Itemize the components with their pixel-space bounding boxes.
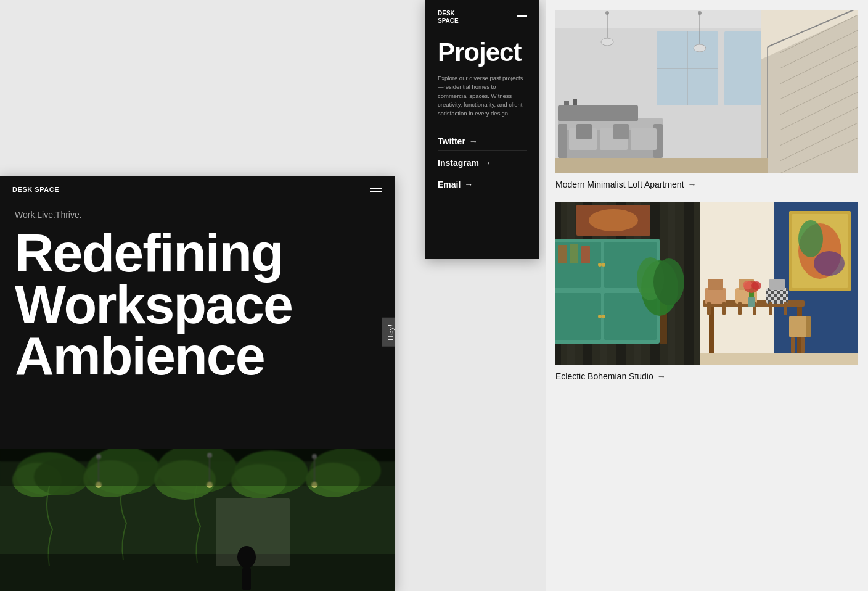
- middle-logo: DESKSPACE: [438, 10, 459, 25]
- svg-point-17: [96, 454, 101, 459]
- svg-rect-63: [573, 99, 577, 105]
- svg-rect-13: [0, 554, 395, 591]
- svg-rect-107: [707, 302, 711, 315]
- svg-rect-119: [806, 316, 811, 337]
- svg-point-10: [231, 464, 287, 498]
- middle-menu-icon[interactable]: [517, 15, 527, 19]
- images-panel: Modern Minimalist Loft Apartment →: [546, 0, 868, 591]
- svg-point-125: [751, 281, 761, 290]
- project-arrow-2: →: [657, 371, 666, 381]
- svg-point-84: [598, 315, 602, 318]
- left-content: Work.Live.Thrive. Redefining Workspace A…: [0, 204, 395, 397]
- instagram-link[interactable]: Instagram →: [438, 154, 527, 172]
- svg-point-22: [207, 482, 213, 488]
- email-link[interactable]: Email →: [438, 176, 527, 193]
- svg-rect-114: [766, 288, 788, 304]
- svg-point-101: [814, 251, 845, 276]
- svg-point-48: [601, 38, 613, 46]
- svg-rect-64: [576, 124, 592, 139]
- social-links: Twitter → Instagram → Email →: [438, 133, 527, 193]
- svg-point-12: [306, 463, 360, 497]
- svg-rect-108: [722, 302, 726, 315]
- svg-rect-115: [769, 279, 785, 290]
- project-label-1[interactable]: Modern Minimalist Loft Apartment →: [555, 180, 858, 189]
- svg-point-20: [207, 453, 212, 458]
- left-window: DESK SPACE Work.Live.Thrive. Redefining …: [0, 176, 395, 591]
- instagram-arrow: →: [483, 158, 491, 168]
- svg-rect-1: [0, 449, 395, 461]
- hero-title: Redefining Workspace Ambience: [15, 227, 380, 382]
- instagram-label: Instagram: [438, 158, 479, 168]
- svg-rect-111: [738, 302, 742, 315]
- svg-rect-80: [555, 293, 601, 340]
- svg-rect-121: [801, 337, 805, 353]
- loft-image: [555, 10, 858, 173]
- svg-point-25: [311, 482, 317, 488]
- project-card-1: Modern Minimalist Loft Apartment →: [555, 10, 858, 189]
- email-arrow: →: [464, 180, 473, 189]
- svg-rect-127: [700, 353, 858, 365]
- plants-svg: [0, 449, 395, 591]
- svg-rect-61: [558, 105, 638, 121]
- svg-point-4: [34, 458, 89, 495]
- svg-point-23: [312, 454, 317, 459]
- svg-point-85: [602, 315, 605, 318]
- svg-rect-116: [769, 302, 772, 315]
- svg-point-15: [237, 546, 256, 568]
- svg-point-124: [743, 281, 753, 289]
- middle-panel: DESKSPACE Project Explore our diverse pa…: [425, 0, 539, 259]
- project-title: Project: [438, 39, 527, 65]
- svg-rect-30: [724, 31, 761, 105]
- top-gray-area: [0, 0, 425, 176]
- left-logo: DESK SPACE: [12, 186, 59, 194]
- svg-rect-60: [555, 158, 768, 173]
- twitter-arrow: →: [469, 136, 478, 146]
- email-label: Email: [438, 180, 461, 189]
- svg-rect-62: [564, 101, 569, 105]
- svg-rect-16: [242, 568, 251, 590]
- middle-panel-header: DESKSPACE: [438, 10, 527, 25]
- project-card-2: Eclectic Bohemian Studio →: [555, 202, 858, 381]
- project-arrow-1: →: [688, 180, 697, 189]
- svg-rect-86: [558, 245, 567, 263]
- svg-point-19: [96, 482, 102, 488]
- svg-point-100: [798, 220, 823, 257]
- svg-rect-117: [784, 302, 787, 315]
- svg-rect-65: [613, 124, 629, 139]
- plants-image: [0, 449, 395, 591]
- svg-rect-58: [631, 128, 657, 150]
- twitter-label: Twitter: [438, 136, 465, 146]
- svg-point-82: [598, 263, 602, 267]
- tagline: Work.Live.Thrive.: [15, 210, 380, 220]
- svg-rect-106: [708, 279, 723, 290]
- left-image-area: [0, 449, 395, 591]
- svg-point-51: [694, 44, 706, 52]
- svg-point-92: [653, 258, 684, 305]
- project-title-1: Modern Minimalist Loft Apartment: [555, 180, 684, 189]
- svg-point-94: [589, 209, 638, 231]
- svg-rect-126: [748, 297, 755, 307]
- hero-line-3: Ambience: [15, 325, 264, 386]
- hey-button[interactable]: Hey!: [382, 318, 395, 347]
- project-label-2[interactable]: Eclectic Bohemian Studio →: [555, 371, 858, 381]
- svg-point-83: [602, 263, 605, 267]
- project-title-2: Eclectic Bohemian Studio: [555, 371, 653, 381]
- left-menu-icon[interactable]: [370, 188, 382, 192]
- svg-point-8: [154, 460, 216, 500]
- twitter-link[interactable]: Twitter →: [438, 133, 527, 151]
- svg-rect-88: [581, 246, 590, 263]
- bohemian-image: [555, 202, 858, 365]
- project-description: Explore our diverse past projects—reside…: [438, 74, 527, 118]
- svg-rect-120: [791, 337, 795, 353]
- left-header: DESK SPACE: [0, 176, 395, 204]
- svg-rect-54: [558, 124, 567, 158]
- svg-point-6: [83, 460, 139, 497]
- svg-rect-118: [789, 316, 806, 337]
- svg-rect-76: [684, 202, 694, 365]
- svg-rect-87: [570, 244, 578, 263]
- svg-rect-105: [705, 288, 726, 304]
